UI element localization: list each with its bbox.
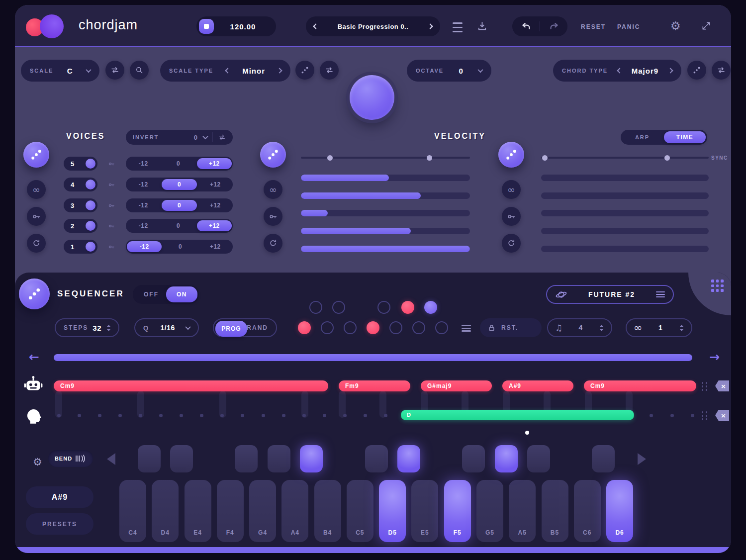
step-dot-8[interactable] — [200, 414, 203, 417]
stop-button[interactable] — [199, 19, 214, 34]
step-dot-32[interactable] — [691, 414, 694, 417]
settings-gear-icon[interactable]: ⚙ — [670, 19, 681, 32]
white-key-C5[interactable]: C5 — [347, 480, 373, 542]
bend-button[interactable]: BEND — [48, 450, 93, 467]
voice-5-toggle[interactable]: 5 — [64, 157, 97, 171]
step-dot-1[interactable] — [57, 414, 61, 417]
sequencer-on-off-toggle[interactable]: OFF ON — [133, 285, 199, 304]
voice-enabled-dot[interactable] — [86, 159, 95, 169]
step-dot-12[interactable] — [282, 414, 285, 417]
voice-enabled-dot[interactable] — [86, 180, 95, 189]
scale-type-next-icon[interactable] — [277, 68, 282, 73]
reset-lock-button[interactable]: RST. — [480, 318, 542, 337]
voice-1-toggle[interactable]: 1 — [64, 240, 97, 254]
chevron-down-icon[interactable] — [202, 134, 208, 139]
chord-type-next-icon[interactable] — [667, 68, 673, 73]
voice-1-transpose-option[interactable]: +12 — [198, 240, 233, 254]
sequencer-preset-selector[interactable]: FUTURE #2 — [546, 285, 674, 304]
time-bar-3[interactable] — [541, 210, 709, 216]
prog-rand-toggle[interactable]: PROG RAND — [213, 318, 277, 337]
voice-2-transpose-option[interactable]: 0 — [161, 219, 195, 233]
pattern-slot-row2-3[interactable] — [344, 321, 357, 334]
white-key-B4[interactable]: B4 — [314, 480, 341, 542]
voice-2-transpose-option[interactable]: +12 — [197, 220, 232, 231]
scale-type-selector[interactable]: SCALE TYPE Minor — [160, 60, 290, 82]
presets-button[interactable]: PRESETS — [26, 513, 93, 535]
voice-1-transpose-option[interactable]: -12 — [127, 241, 162, 252]
velocity-infinity-button[interactable]: ∞ — [264, 180, 282, 199]
black-key-D#5[interactable] — [397, 445, 420, 472]
voice-3-transpose-option[interactable]: -12 — [126, 198, 161, 212]
download-icon[interactable] — [476, 20, 488, 32]
pattern-slot-row1-5[interactable] — [424, 301, 437, 314]
voice-4-transpose-option[interactable]: +12 — [198, 178, 233, 191]
velocity-randomize-dice-button[interactable] — [260, 142, 286, 168]
velocity-bar-5[interactable] — [301, 246, 470, 252]
white-key-A4[interactable]: A4 — [281, 480, 308, 542]
black-key-C#5[interactable] — [365, 445, 388, 472]
chord-block-4[interactable]: A#9 — [502, 380, 573, 391]
time-refresh-button[interactable] — [502, 234, 521, 253]
reset-button[interactable]: RESET — [581, 23, 606, 30]
white-key-F4[interactable]: F4 — [217, 480, 244, 542]
white-key-B5[interactable]: B5 — [542, 480, 568, 542]
voice-5-transpose-option[interactable]: +12 — [197, 158, 232, 169]
white-key-C6[interactable]: C6 — [574, 480, 601, 542]
keyboard-settings-gear-icon[interactable]: ⚙ — [33, 456, 42, 468]
page-left-arrow[interactable]: ← — [29, 351, 39, 363]
pattern-slot-row2-7[interactable] — [435, 321, 448, 334]
white-key-G4[interactable]: G4 — [249, 480, 276, 542]
scale-type-swap-button[interactable] — [320, 61, 339, 80]
velocity-bar-1[interactable] — [301, 175, 470, 181]
time-range-handle-2[interactable] — [664, 155, 670, 161]
time-bar-5[interactable] — [541, 246, 709, 252]
black-key-F#5[interactable] — [462, 445, 485, 472]
time-bar-4[interactable] — [541, 228, 709, 234]
step-dot-13[interactable] — [302, 414, 306, 417]
white-key-F5[interactable]: F5 — [444, 480, 471, 542]
voice-3-link-icon[interactable] — [106, 200, 116, 210]
voice-4-toggle[interactable]: 4 — [64, 178, 97, 191]
panic-button[interactable]: PANIC — [617, 23, 640, 30]
step-dot-17[interactable] — [384, 414, 387, 417]
time-range-slider[interactable] — [541, 157, 709, 159]
chord-block-3[interactable]: G#maj9 — [421, 380, 492, 391]
preset-next-icon[interactable] — [427, 23, 433, 29]
pattern-slot-row1-3[interactable] — [377, 301, 390, 314]
voice-4-transpose-option[interactable]: -12 — [126, 178, 161, 191]
chevron-down-icon[interactable] — [477, 67, 483, 73]
pattern-slot-row1-2[interactable] — [332, 301, 345, 314]
voice-5-link-icon[interactable] — [106, 159, 116, 169]
invert-swap-icon[interactable] — [218, 133, 226, 141]
voice-1-transpose-option[interactable]: 0 — [163, 240, 197, 254]
voice-4-link-icon[interactable] — [106, 180, 116, 189]
velocity-range-handle-2[interactable] — [427, 155, 432, 161]
on-option[interactable]: ON — [166, 286, 197, 302]
octave-shift-right-arrow[interactable] — [638, 453, 646, 465]
white-key-E4[interactable]: E4 — [185, 480, 211, 542]
white-key-G5[interactable]: G5 — [476, 480, 503, 542]
grid-keyboard-icon[interactable] — [711, 280, 724, 292]
voice-3-toggle[interactable]: 3 — [64, 198, 97, 212]
main-chord-knob[interactable] — [350, 75, 394, 120]
velocity-bar-3[interactable] — [301, 210, 470, 216]
sequencer-preset-menu-icon[interactable] — [656, 290, 665, 299]
velocity-range-slider[interactable] — [301, 157, 470, 159]
black-key-G#5[interactable] — [495, 445, 518, 472]
stepper-arrows-icon[interactable] — [679, 324, 684, 332]
sequencer-progress-bar[interactable] — [54, 354, 692, 361]
pattern-slot-row1-1[interactable] — [309, 301, 322, 314]
scale-type-dice-button[interactable] — [295, 61, 314, 80]
bpm-value[interactable]: 120.00 — [214, 22, 276, 31]
time-range-handle-1[interactable] — [542, 155, 548, 161]
voices-randomize-dice-button[interactable] — [23, 142, 49, 168]
invert-control[interactable]: INVERT 0 — [126, 130, 233, 145]
step-dot-15[interactable] — [343, 414, 347, 417]
step-dot-31[interactable] — [670, 414, 674, 417]
scale-selector[interactable]: SCALE C — [21, 60, 99, 82]
chevron-down-icon[interactable] — [185, 324, 190, 330]
pattern-slot-row1-4[interactable] — [401, 301, 414, 314]
step-dot-11[interactable] — [262, 414, 265, 417]
voice-5-transpose-option[interactable]: -12 — [126, 157, 161, 171]
chord-lane-clear-button[interactable]: × — [715, 380, 729, 391]
